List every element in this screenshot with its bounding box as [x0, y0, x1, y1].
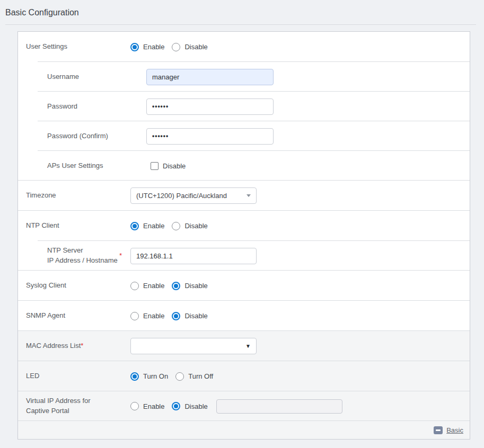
password-confirm-label: Password (Confirm)	[18, 131, 146, 141]
ntp-client-label: NTP Client	[18, 221, 130, 231]
ntp-client-disable-label: Disable	[184, 222, 207, 230]
title-divider	[5, 24, 476, 25]
user-settings-enable-label: Enable	[143, 43, 164, 51]
ntp-client-enable-option[interactable]: Enable	[130, 222, 164, 230]
row-user-settings: User Settings Enable Disable	[18, 32, 470, 62]
row-password: Password	[18, 92, 470, 121]
radio-icon[interactable]	[130, 282, 139, 290]
username-label: Username	[18, 72, 146, 82]
row-timezone: Timezone (UTC+1200) Pacific/Auckland	[18, 181, 470, 211]
snmp-agent-radio-group: Enable Disable	[130, 312, 208, 320]
timezone-label: Timezone	[18, 191, 130, 201]
row-aps-user-settings: APs User Settings Disable	[18, 151, 470, 181]
timezone-selected-value: (UTC+1200) Pacific/Auckland	[136, 192, 227, 200]
ntp-server-label-line1: NTP Server	[47, 246, 118, 256]
aps-disable-label: Disable	[163, 162, 186, 170]
virtual-ip-input	[216, 399, 342, 414]
collapse-minus-icon[interactable]	[434, 426, 443, 434]
radio-icon[interactable]	[130, 222, 139, 230]
led-turn-off-label: Turn Off	[188, 372, 213, 380]
chevron-down-icon	[247, 194, 251, 197]
led-turn-off-option[interactable]: Turn Off	[175, 372, 213, 381]
password-input[interactable]	[146, 98, 274, 115]
required-asterisk: *	[119, 251, 130, 261]
radio-icon[interactable]	[130, 402, 139, 410]
row-divider	[18, 420, 470, 421]
virtual-ip-label: Virtual IP Address for Captive Portal	[18, 396, 130, 416]
virtual-ip-disable-option[interactable]: Disable	[172, 402, 207, 410]
ntp-server-label: NTP Server IP Address / Hostname *	[18, 246, 130, 266]
user-settings-radio-group: Enable Disable	[130, 43, 208, 51]
ntp-client-enable-label: Enable	[143, 222, 164, 230]
row-mac-address-list: MAC Address List * ▼	[18, 331, 470, 361]
radio-icon[interactable]	[130, 372, 139, 381]
syslog-enable-label: Enable	[143, 282, 164, 290]
row-ntp-server: NTP Server IP Address / Hostname *	[18, 241, 470, 271]
snmp-enable-label: Enable	[143, 312, 164, 320]
virtual-ip-enable-option[interactable]: Enable	[130, 402, 164, 410]
row-syslog-client: Syslog Client Enable Disable	[18, 271, 470, 301]
virtual-ip-label-line1: Virtual IP Address for	[26, 396, 91, 406]
basic-configuration-panel: User Settings Enable Disable Username Pa…	[17, 31, 470, 440]
mac-address-list-label-text: MAC Address List	[26, 341, 81, 351]
radio-icon[interactable]	[172, 282, 180, 290]
snmp-enable-option[interactable]: Enable	[130, 312, 164, 320]
snmp-disable-option[interactable]: Disable	[172, 312, 207, 320]
aps-disable-checkbox[interactable]	[151, 162, 159, 170]
timezone-select[interactable]: (UTC+1200) Pacific/Auckland	[130, 187, 257, 204]
password-label: Password	[18, 102, 146, 112]
syslog-enable-option[interactable]: Enable	[130, 282, 164, 290]
snmp-agent-label: SNMP Agent	[18, 311, 130, 321]
ntp-server-input[interactable]	[130, 248, 257, 264]
radio-icon[interactable]	[172, 402, 180, 410]
aps-user-settings-label: APs User Settings	[18, 161, 146, 171]
virtual-ip-enable-label: Enable	[143, 402, 164, 410]
virtual-ip-radio-group: Enable Disable	[130, 402, 208, 410]
snmp-disable-label: Disable	[184, 312, 207, 320]
mac-address-list-label: MAC Address List *	[18, 341, 130, 351]
radio-icon[interactable]	[172, 312, 180, 320]
row-led: LED Turn On Turn Off	[18, 361, 470, 391]
user-settings-disable-option[interactable]: Disable	[172, 43, 207, 51]
password-confirm-input[interactable]	[146, 128, 274, 145]
radio-icon[interactable]	[172, 43, 180, 51]
page-title: Basic Configuration	[5, 8, 479, 17]
row-snmp-agent: SNMP Agent Enable Disable	[18, 301, 470, 331]
led-turn-on-option[interactable]: Turn On	[130, 372, 168, 381]
required-asterisk: *	[81, 341, 83, 351]
virtual-ip-label-line2: Captive Portal	[26, 406, 91, 416]
syslog-disable-option[interactable]: Disable	[172, 282, 207, 290]
radio-icon[interactable]	[172, 222, 180, 230]
row-virtual-ip: Virtual IP Address for Captive Portal En…	[18, 391, 470, 421]
row-ntp-client: NTP Client Enable Disable	[18, 211, 470, 241]
user-settings-enable-option[interactable]: Enable	[130, 43, 164, 51]
radio-icon[interactable]	[130, 312, 139, 320]
row-username: Username	[18, 62, 470, 92]
user-settings-label: User Settings	[18, 42, 130, 52]
led-label: LED	[18, 371, 130, 381]
ntp-client-disable-option[interactable]: Disable	[172, 222, 207, 230]
user-settings-disable-label: Disable	[184, 43, 207, 51]
ntp-server-label-line2: IP Address / Hostname	[47, 256, 118, 266]
mac-address-list-select[interactable]: ▼	[130, 338, 257, 354]
virtual-ip-disable-label: Disable	[184, 402, 207, 410]
syslog-client-radio-group: Enable Disable	[130, 282, 208, 290]
basic-collapse-label: Basic	[446, 426, 463, 434]
syslog-client-label: Syslog Client	[18, 281, 130, 291]
panel-footer: Basic	[18, 421, 470, 439]
page-header: Basic Configuration	[0, 0, 484, 17]
chevron-down-icon: ▼	[245, 344, 251, 349]
username-input[interactable]	[146, 69, 274, 85]
led-turn-on-label: Turn On	[143, 372, 168, 380]
led-radio-group: Turn On Turn Off	[130, 372, 213, 381]
row-password-confirm: Password (Confirm)	[18, 121, 470, 151]
syslog-disable-label: Disable	[184, 282, 207, 290]
ntp-client-radio-group: Enable Disable	[130, 222, 208, 230]
radio-icon[interactable]	[130, 43, 139, 51]
basic-collapse-link[interactable]: Basic	[434, 426, 463, 434]
radio-icon[interactable]	[175, 372, 184, 381]
